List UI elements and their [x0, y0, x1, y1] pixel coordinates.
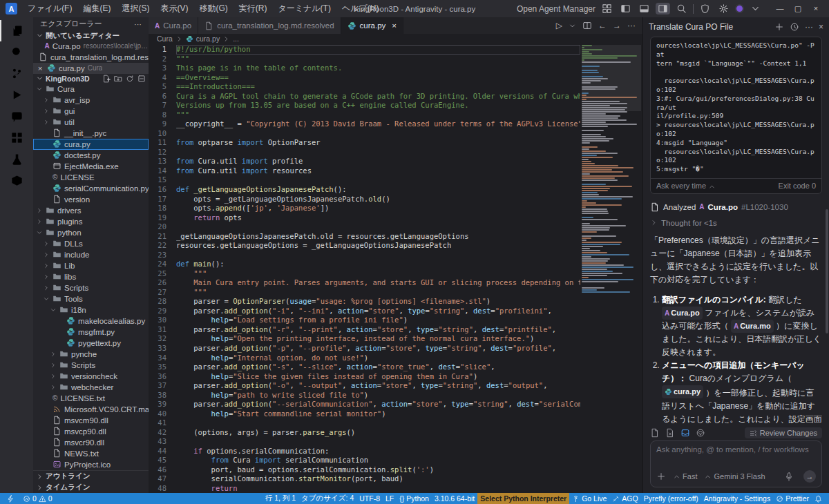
minimap[interactable] [582, 45, 641, 493]
open-editors-header[interactable]: 開いているエディター [33, 31, 149, 41]
add-context-icon[interactable] [656, 472, 666, 481]
tab-cura_translation_log.md.resolved[interactable]: cura_translation_log.md.resolved [198, 17, 341, 34]
collapse-all-icon[interactable] [137, 75, 146, 83]
refresh-icon[interactable] [126, 75, 134, 83]
menu-item[interactable]: ファイル(F) [23, 1, 77, 16]
tree-item[interactable]: EjectMedia.exe [33, 161, 149, 172]
tree-item[interactable]: doctest.py [33, 150, 149, 161]
tree-item[interactable]: msgfmt.py [33, 327, 149, 338]
review-changes-button[interactable]: Review Changes [745, 427, 822, 438]
tree-item[interactable]: versioncheck [33, 371, 149, 382]
tree-item[interactable]: drivers [33, 205, 149, 216]
menu-item[interactable]: 表示(V) [155, 1, 193, 16]
activitybar-extensions[interactable] [0, 127, 33, 148]
status-item-pyrefly-error-off-[interactable]: Pyrefly (error-off) [641, 494, 701, 503]
tab-cura.py[interactable]: cura.py× [341, 17, 403, 34]
back-icon[interactable]: ← [598, 21, 607, 30]
tree-item[interactable]: libs [33, 271, 149, 282]
new-folder-icon[interactable] [114, 75, 122, 83]
status-item-bell[interactable] [812, 495, 825, 503]
run-button[interactable]: ▷ [556, 21, 562, 30]
open-editor-item[interactable]: ACura.poresources\locale\jp\LC_MES... [33, 41, 149, 52]
tree-item[interactable]: i18n [33, 304, 149, 316]
activitybar-source-control[interactable] [0, 63, 33, 84]
gear-icon[interactable] [716, 3, 731, 14]
close-button[interactable]: × [807, 4, 825, 13]
code-editor[interactable]: 1#!/usr/bin/python2"""3This page is in t… [149, 45, 580, 493]
inbox-icon[interactable] [680, 428, 690, 438]
tree-item[interactable]: DLLs [33, 238, 149, 249]
menu-item[interactable]: ターミナル(T) [273, 1, 335, 16]
shield-icon[interactable] [698, 3, 712, 14]
workspace-root-header[interactable]: KingRoon3D [33, 74, 149, 84]
tree-item[interactable]: serialCommunication.py [33, 183, 149, 194]
ask-every-time-dropdown[interactable]: Ask every time [656, 182, 716, 191]
feedback-icon[interactable] [696, 428, 705, 438]
tree-item[interactable]: Scripts [33, 282, 149, 293]
open-editor-item[interactable]: cura_translation_log.md.resolved... [33, 52, 149, 63]
activitybar-packages[interactable] [0, 170, 33, 191]
file-chip[interactable]: ACura.mo [731, 320, 774, 333]
panel-scrollbar[interactable] [826, 209, 828, 333]
open-agent-manager-button[interactable]: Open Agent Manager [517, 4, 595, 14]
layout-sidebar-left-icon[interactable] [618, 3, 633, 14]
thought-toggle[interactable]: Thought for <1s [650, 219, 822, 227]
status-item-lf[interactable]: LF [383, 494, 397, 503]
menu-item[interactable]: 移動(G) [194, 1, 232, 16]
tree-item[interactable]: pynche [33, 349, 149, 360]
status-item-prettier[interactable]: Prettier [773, 494, 812, 503]
analyzed-step[interactable]: Analyzed A Cura.po #L1020-1030 [650, 202, 822, 212]
file-chip[interactable]: cura.py [662, 385, 703, 398]
status-item-3-10-6-64-bit[interactable]: 3.10.6 64-bit [432, 494, 477, 503]
remote-indicator[interactable] [4, 495, 17, 503]
menu-item[interactable]: 選択(S) [117, 1, 154, 16]
status-item--1-1[interactable]: 行 1, 列 1 [263, 494, 298, 503]
sidebar-section-timeline[interactable]: タイムライン [33, 482, 149, 493]
status-item-agq[interactable]: AGQ [609, 494, 640, 503]
new-conversation-icon[interactable] [774, 22, 784, 32]
agent-more-icon[interactable]: ··· [805, 22, 813, 32]
activitybar-chat[interactable] [0, 106, 33, 127]
run-dropdown-icon[interactable] [569, 22, 576, 30]
tab-Cura.po[interactable]: ACura.po [149, 17, 198, 34]
tree-item[interactable]: ©LICENSE [33, 172, 149, 183]
activitybar-testing[interactable] [0, 148, 33, 170]
layout-panel-icon[interactable] [637, 3, 651, 14]
close-icon[interactable]: × [36, 64, 44, 72]
history-icon[interactable] [790, 22, 799, 32]
status-item-select-python-interpreter[interactable]: Select Python Interpreter [477, 493, 569, 504]
maximize-button[interactable]: ▢ [789, 4, 807, 13]
microphone-icon[interactable] [784, 472, 794, 481]
tree-item[interactable]: msvcm90.dll [33, 415, 149, 426]
chevron-down-icon[interactable] [748, 3, 763, 14]
tree-item[interactable]: util [33, 117, 149, 128]
tree-item[interactable]: include [33, 249, 149, 260]
menu-item[interactable]: 編集(E) [78, 1, 115, 16]
tree-item[interactable]: gui [33, 106, 149, 117]
tree-item[interactable]: Lib [33, 260, 149, 271]
tree-item[interactable]: ©LICENSE.txt [33, 393, 149, 404]
tree-item[interactable]: pygettext.py [33, 338, 149, 349]
sidebar-section-outline[interactable]: アウトライン [33, 471, 149, 482]
close-icon[interactable]: × [392, 21, 397, 30]
tree-item[interactable]: Cura [33, 84, 149, 95]
tree-item[interactable]: plugins [33, 216, 149, 227]
tree-item[interactable]: PyProject.ico [33, 459, 149, 470]
status-item-antigravity-settings[interactable]: Antigravity - Settings [701, 494, 773, 503]
send-button[interactable]: → [803, 470, 816, 483]
tree-item[interactable]: avr_isp [33, 95, 149, 106]
file-chip[interactable]: ACura.po [662, 307, 703, 320]
search-icon[interactable] [674, 3, 689, 14]
status-item--4[interactable]: タブのサイズ: 4 [298, 494, 356, 503]
tree-item[interactable]: msvcp90.dll [33, 426, 149, 437]
activitybar-run-and-debug[interactable] [0, 84, 33, 106]
agent-close-icon[interactable]: × [819, 22, 823, 32]
tree-item[interactable]: Scripts [33, 360, 149, 371]
account-avatar[interactable] [735, 4, 744, 13]
tree-item[interactable]: msvcr90.dll [33, 437, 149, 448]
minimize-button[interactable]: — [771, 4, 789, 13]
status-item--python[interactable]: {} Python [397, 494, 432, 503]
open-editor-item[interactable]: ×cura.pyCura [33, 63, 149, 74]
attach-file-icon[interactable] [650, 428, 660, 438]
tree-item[interactable]: Tools [33, 293, 149, 304]
